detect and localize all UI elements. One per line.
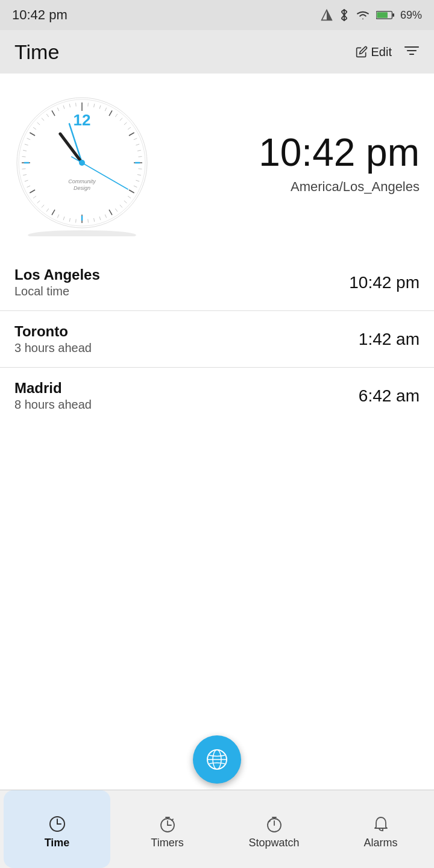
digital-clock-section: 10:42 pm America/Los_Angeles [166,133,420,195]
city-madrid: Madrid [14,380,92,397]
bottom-nav: Time Timers Stopwatch Alarms [0,790,434,868]
city-toronto: Toronto [14,323,92,340]
stopwatch-nav-icon [265,815,283,833]
svg-text:Community: Community [68,178,96,184]
app-title: Time [14,40,59,64]
svg-rect-4 [392,13,394,16]
signal-icon [321,9,333,21]
app-bar: Time Edit [0,30,434,74]
status-time: 10:42 pm [12,7,68,23]
offset-toronto: 3 hours ahead [14,341,92,355]
main-content: 12 Community Design 10:42 pm [0,74,434,424]
nav-item-timers[interactable]: Timers [114,790,221,868]
digital-timezone: America/Los_Angeles [291,179,420,195]
svg-text:Design: Design [74,185,90,191]
nav-label-timers: Timers [151,837,183,849]
clocks-list: Los Angeles Local time 10:42 pm Toronto … [0,254,434,424]
analog-clock: 12 Community Design [10,92,154,236]
clock-item-los-angeles: Los Angeles Local time 10:42 pm [0,254,434,311]
offset-madrid: 8 hours ahead [14,398,92,412]
svg-rect-3 [377,12,388,18]
bluetooth-icon [339,8,350,22]
app-bar-actions: Edit [356,43,420,60]
digital-time: 10:42 pm [259,133,420,172]
nav-item-time[interactable]: Time [4,790,110,868]
nav-label-stopwatch: Stopwatch [248,837,299,849]
globe-icon [206,748,228,771]
battery-percentage: 69% [400,9,422,22]
time-madrid: 6:42 am [359,386,420,406]
clock-nav-icon [48,815,66,833]
time-los-angeles: 10:42 pm [349,273,420,292]
clock-item-toronto: Toronto 3 hours ahead 1:42 am [0,311,434,368]
clock-section: 12 Community Design 10:42 pm [0,74,434,254]
svg-point-80 [79,160,85,166]
timer-nav-icon [159,815,177,833]
status-bar: 10:42 pm 69% [0,0,434,30]
nav-label-time: Time [45,837,70,849]
wifi-icon [356,10,370,20]
status-icons: 69% [321,8,422,22]
nav-label-alarms: Alarms [363,837,397,849]
nav-item-alarms[interactable]: Alarms [327,790,434,868]
nav-item-stopwatch[interactable]: Stopwatch [221,790,327,868]
analog-clock-container: 12 Community Design [10,92,154,236]
svg-point-8 [28,230,136,236]
edit-button[interactable]: Edit [356,45,392,59]
city-los-angeles: Los Angeles [14,266,100,283]
svg-text:12: 12 [74,111,91,129]
fab-container [193,735,241,784]
clock-item-madrid: Madrid 8 hours ahead 6:42 am [0,368,434,424]
offset-los-angeles: Local time [14,285,100,298]
battery-icon [376,10,394,20]
edit-label: Edit [371,45,392,59]
add-timezone-fab[interactable] [193,735,241,784]
filter-button[interactable] [404,43,420,60]
bell-nav-icon [372,815,390,833]
time-toronto: 1:42 am [359,330,420,349]
